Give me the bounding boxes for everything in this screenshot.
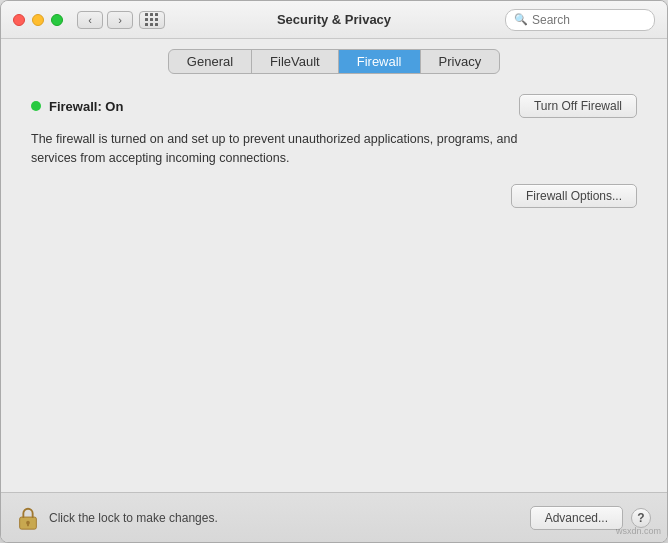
bottom-buttons: Advanced... ?	[530, 506, 651, 530]
grid-icon	[145, 13, 159, 27]
main-content: Firewall: On Turn Off Firewall The firew…	[1, 74, 667, 492]
svg-rect-2	[27, 522, 29, 526]
nav-buttons: ‹ ›	[77, 11, 133, 29]
tab-bar: General FileVault Firewall Privacy	[1, 39, 667, 74]
tab-firewall[interactable]: Firewall	[338, 50, 420, 73]
forward-icon: ›	[118, 14, 122, 26]
tab-filevault[interactable]: FileVault	[251, 50, 338, 73]
bottom-bar: Click the lock to make changes. Advanced…	[1, 492, 667, 542]
status-indicator	[31, 101, 41, 111]
lock-icon[interactable]	[17, 505, 39, 531]
search-box[interactable]: 🔍	[505, 9, 655, 31]
grid-button[interactable]	[139, 11, 165, 29]
firewall-status-row: Firewall: On Turn Off Firewall	[31, 94, 637, 118]
back-button[interactable]: ‹	[77, 11, 103, 29]
maximize-button[interactable]	[51, 14, 63, 26]
firewall-description: The firewall is turned on and set up to …	[31, 130, 551, 168]
help-button[interactable]: ?	[631, 508, 651, 528]
close-button[interactable]	[13, 14, 25, 26]
lock-text: Click the lock to make changes.	[49, 511, 530, 525]
search-input[interactable]	[532, 13, 646, 27]
status-left: Firewall: On	[31, 99, 123, 114]
tab-group: General FileVault Firewall Privacy	[168, 49, 500, 74]
firewall-options-button[interactable]: Firewall Options...	[511, 184, 637, 208]
search-icon: 🔍	[514, 13, 528, 26]
tab-general[interactable]: General	[169, 50, 251, 73]
back-icon: ‹	[88, 14, 92, 26]
minimize-button[interactable]	[32, 14, 44, 26]
window-title: Security & Privacy	[277, 12, 391, 27]
firewall-status-label: Firewall: On	[49, 99, 123, 114]
tab-privacy[interactable]: Privacy	[420, 50, 500, 73]
turn-off-firewall-button[interactable]: Turn Off Firewall	[519, 94, 637, 118]
titlebar: ‹ › Security & Privacy 🔍	[1, 1, 667, 39]
advanced-button[interactable]: Advanced...	[530, 506, 623, 530]
traffic-lights	[13, 14, 63, 26]
firewall-options-row: Firewall Options...	[31, 184, 637, 208]
forward-button[interactable]: ›	[107, 11, 133, 29]
